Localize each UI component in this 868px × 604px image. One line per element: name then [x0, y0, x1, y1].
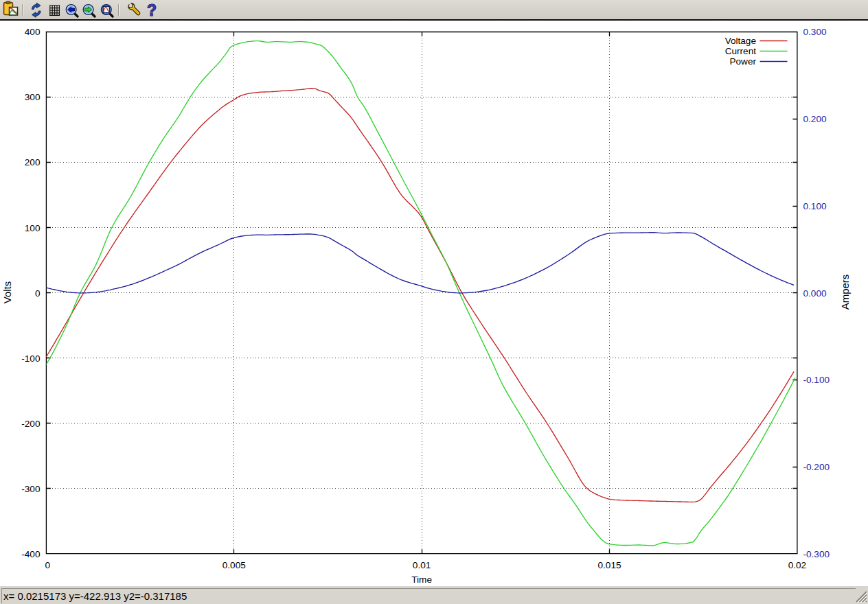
svg-text:-200: -200 [21, 419, 41, 429]
svg-text:0.000: 0.000 [803, 288, 827, 299]
svg-text:100: 100 [25, 223, 41, 233]
svg-text:Voltage: Voltage [725, 36, 756, 46]
svg-text:-0.100: -0.100 [803, 375, 830, 385]
svg-text:0: 0 [35, 288, 41, 299]
svg-text:0.200: 0.200 [803, 114, 827, 124]
svg-text:400: 400 [25, 27, 41, 37]
svg-text:Volts: Volts [1, 281, 13, 304]
svg-text:Ampers: Ampers [839, 275, 851, 310]
svg-text:0: 0 [45, 560, 51, 570]
svg-text:Current: Current [725, 46, 757, 56]
svg-text:-300: -300 [21, 484, 41, 494]
svg-text:200: 200 [25, 157, 41, 167]
svg-text:-0.200: -0.200 [803, 462, 830, 472]
svg-text:Time: Time [411, 574, 432, 585]
svg-text:300: 300 [25, 92, 41, 102]
svg-text:-0.300: -0.300 [803, 549, 830, 559]
svg-text:Power: Power [729, 56, 756, 67]
svg-text:0.100: 0.100 [803, 201, 827, 211]
svg-text:-100: -100 [21, 353, 41, 364]
svg-text:0.01: 0.01 [413, 560, 431, 570]
svg-text:0.300: 0.300 [803, 27, 827, 37]
svg-text:0.02: 0.02 [788, 560, 806, 570]
svg-text:0.005: 0.005 [222, 560, 246, 570]
svg-text:0.015: 0.015 [597, 560, 621, 570]
svg-text:-400: -400 [21, 549, 41, 559]
svg-text:?: ? [147, 1, 157, 19]
